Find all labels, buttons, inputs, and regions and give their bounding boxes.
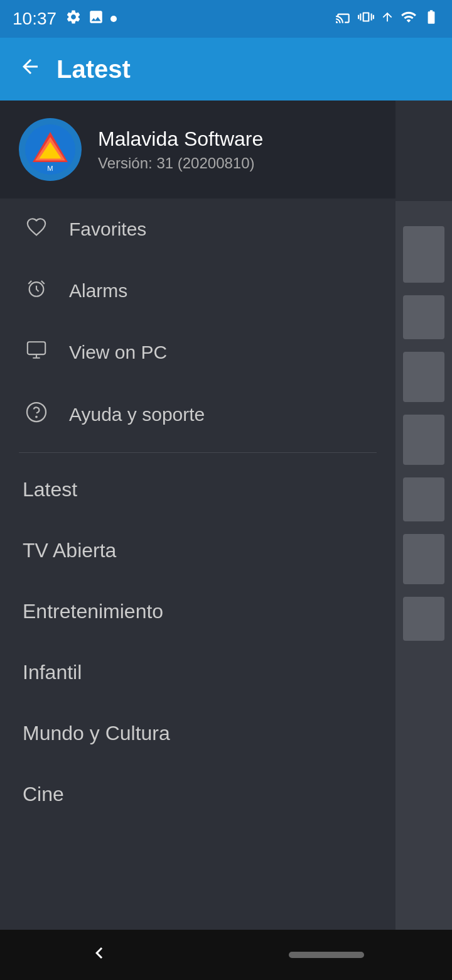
category-tv-abierta[interactable]: TV Abierta [0,520,396,581]
right-scroll-panel [396,201,452,980]
wifi-icon [401,9,417,29]
scroll-thumb-7 [403,597,444,641]
status-time: 10:37 [13,9,56,29]
battery-icon [423,9,439,29]
alarm-icon [23,278,50,304]
menu-item-help[interactable]: Ayuda y soporte [0,383,396,446]
status-icons-right [335,9,439,29]
app-bar: Latest [0,38,452,101]
menu-item-alarms[interactable]: Alarms [0,260,396,322]
bottom-nav [0,930,452,980]
svg-rect-6 [28,342,45,354]
category-entretenimiento[interactable]: Entretenimiento [0,581,396,642]
alarms-label: Alarms [69,280,127,302]
status-icons-left [65,9,117,29]
data-arrow-icon [380,9,394,29]
vibrate-icon [358,9,374,29]
svg-point-7 [27,403,46,422]
category-mundo-cultura[interactable]: Mundo y Cultura [0,703,396,764]
category-latest-label: Latest [23,478,77,501]
menu-item-favorites[interactable]: Favorites [0,199,396,260]
category-cine[interactable]: Cine [0,764,396,825]
category-latest[interactable]: Latest [0,459,396,520]
category-cine-label: Cine [23,783,64,805]
avatar: M [19,118,82,181]
profile-version: Versión: 31 (20200810) [98,155,263,172]
profile-name: Malavida Software [98,128,263,151]
category-infantil[interactable]: Infantil [0,642,396,703]
favorites-label: Favorites [69,219,146,240]
nav-back-button[interactable] [88,942,110,969]
heart-icon [23,216,50,242]
cast-icon [335,9,352,29]
scroll-thumb-3 [403,352,444,402]
category-mundo-cultura-label: Mundo y Cultura [23,722,170,744]
menu-item-view-on-pc[interactable]: View on PC [0,322,396,383]
category-infantil-label: Infantil [23,661,82,683]
page-title: Latest [56,55,131,84]
category-entretenimiento-label: Entretenimiento [23,600,163,623]
notification-dot [110,16,117,22]
help-icon [23,401,50,428]
nav-home-pill[interactable] [289,952,364,958]
category-tv-abierta-label: TV Abierta [23,539,116,562]
scroll-thumb-2 [403,295,444,339]
scroll-thumb-6 [403,534,444,584]
svg-point-8 [36,416,37,418]
monitor-icon [23,339,50,366]
drawer-menu: M Malavida Software Versión: 31 (2020081… [0,101,396,930]
scroll-thumb-4 [403,415,444,465]
profile-info: Malavida Software Versión: 31 (20200810) [98,128,263,172]
view-on-pc-label: View on PC [69,342,167,363]
scroll-thumb-1 [403,226,444,283]
svg-text:M: M [47,165,53,172]
status-bar: 10:37 [0,0,452,38]
back-button[interactable] [19,55,41,84]
gear-icon [65,9,82,29]
profile-section: M Malavida Software Versión: 31 (2020081… [0,101,396,199]
image-icon [88,9,104,29]
scroll-thumb-5 [403,477,444,521]
help-label: Ayuda y soporte [69,404,205,425]
menu-divider [19,452,377,453]
